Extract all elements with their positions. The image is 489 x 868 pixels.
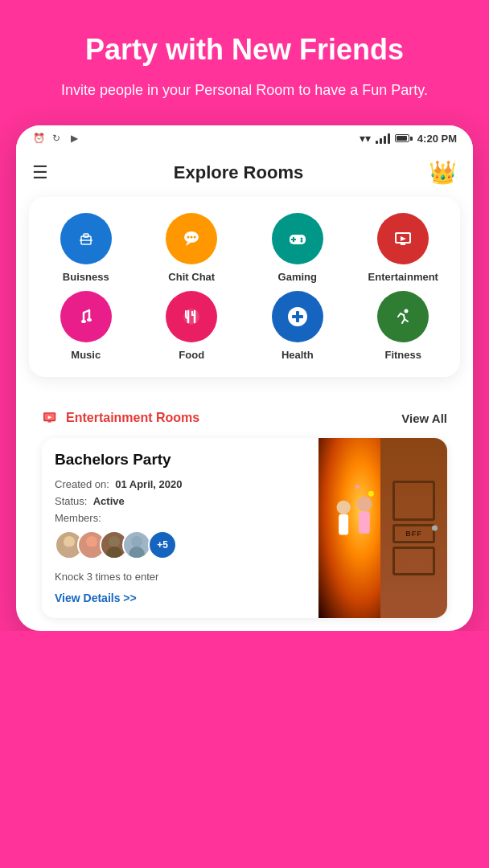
bff-label: BFF xyxy=(405,530,422,538)
briefcase-icon xyxy=(73,226,99,252)
category-entertainment[interactable]: Entertainment xyxy=(355,213,453,283)
status-label: Status: xyxy=(55,495,87,507)
svg-point-16 xyxy=(81,320,86,323)
category-food[interactable]: Food xyxy=(143,291,241,361)
app-header: ☰ Explore Rooms 👑 xyxy=(16,151,473,197)
members-avatars: +5 xyxy=(55,530,306,559)
cursor-icon: ▶ xyxy=(68,132,80,145)
svg-point-17 xyxy=(87,318,92,321)
signal-bar-2 xyxy=(380,138,382,144)
svg-point-24 xyxy=(405,309,409,313)
music-label: Music xyxy=(71,349,101,361)
room-created: Created on: 01 April, 2020 xyxy=(55,478,306,490)
hero-section: Party with New Friends Invite people in … xyxy=(0,0,489,117)
door-handle xyxy=(432,526,438,531)
tv-icon xyxy=(390,226,416,252)
category-business[interactable]: Buisness xyxy=(37,213,135,283)
party-people-illustration xyxy=(322,480,386,576)
alarm-icon: ⏰ xyxy=(32,132,45,145)
knock-text: Knock 3 times to enter xyxy=(55,571,306,583)
members-label: Members: xyxy=(55,512,306,524)
svg-point-31 xyxy=(86,536,97,547)
category-music[interactable]: Music xyxy=(37,291,135,361)
view-all-button[interactable]: View All xyxy=(401,411,447,425)
music-note-icon xyxy=(73,304,99,330)
svg-point-37 xyxy=(337,501,351,514)
svg-point-33 xyxy=(109,536,120,547)
svg-point-5 xyxy=(191,236,193,239)
svg-point-41 xyxy=(368,491,374,497)
room-image: BFF xyxy=(318,438,447,618)
food-label: Food xyxy=(179,349,204,361)
music-icon-circle xyxy=(60,291,112,342)
svg-point-36 xyxy=(129,547,145,558)
svg-point-39 xyxy=(356,497,372,512)
section-header: Entertainment Rooms View All xyxy=(42,409,447,427)
entertainment-icon-circle xyxy=(377,213,429,264)
signal-bar-3 xyxy=(384,136,386,144)
door-panel-bot xyxy=(392,547,435,575)
header-title: Explore Rooms xyxy=(174,162,303,183)
party-image xyxy=(318,438,389,618)
gaming-icon-circle xyxy=(272,213,323,264)
crown-icon[interactable]: 👑 xyxy=(429,159,457,186)
categories-card: Buisness Chit Chat xyxy=(29,197,460,377)
svg-point-34 xyxy=(106,547,122,558)
phone-frame: ⏰ ↻ ▶ ▾▾ 4:20 PM ☰ Explore Rooms 👑 xyxy=(16,125,473,631)
food-icon-circle xyxy=(166,291,217,342)
category-health[interactable]: Health xyxy=(249,291,347,361)
status-time: 4:20 PM xyxy=(417,133,457,145)
fitness-label: Fitness xyxy=(384,349,421,361)
category-fitness[interactable]: Fitness xyxy=(355,291,453,361)
svg-point-32 xyxy=(84,547,100,558)
avatar-more-count: +5 xyxy=(148,530,177,559)
svg-point-35 xyxy=(131,536,142,547)
svg-rect-1 xyxy=(84,234,88,237)
category-gaming[interactable]: Gaming xyxy=(249,213,347,283)
gamepad-icon xyxy=(285,226,310,252)
entertainment-label: Entertainment xyxy=(368,271,438,283)
svg-point-29 xyxy=(64,536,75,547)
entertainment-section-icon xyxy=(42,409,60,427)
business-icon-circle xyxy=(60,213,112,264)
created-value: 01 April, 2020 xyxy=(115,478,182,490)
business-label: Buisness xyxy=(63,271,109,283)
fork-knife-icon xyxy=(179,304,204,330)
health-plus-icon xyxy=(285,304,310,330)
categories-grid: Buisness Chit Chat xyxy=(37,213,452,361)
hero-title: Party with New Friends xyxy=(24,32,465,67)
hamburger-menu-icon[interactable]: ☰ xyxy=(32,162,48,183)
running-icon xyxy=(390,304,416,330)
section-title-wrapper: Entertainment Rooms xyxy=(42,409,199,427)
sync-icon: ↻ xyxy=(50,132,63,145)
view-details-button[interactable]: View Details >> xyxy=(55,592,137,604)
svg-rect-23 xyxy=(292,315,303,318)
entertainment-section: Entertainment Rooms View All Bachelors P… xyxy=(29,369,460,631)
health-icon-circle xyxy=(272,291,323,342)
status-left-icons: ⏰ ↻ ▶ xyxy=(32,132,80,145)
svg-point-42 xyxy=(335,488,339,492)
gaming-label: Gaming xyxy=(278,271,317,283)
wifi-icon: ▾▾ xyxy=(360,132,371,145)
svg-rect-40 xyxy=(359,512,370,534)
chitchat-label: Chit Chat xyxy=(168,271,215,283)
svg-rect-38 xyxy=(339,514,348,535)
signal-bars xyxy=(376,133,390,144)
door-panel-top xyxy=(392,481,435,521)
svg-point-6 xyxy=(194,236,196,239)
avatar-face-4 xyxy=(124,532,150,558)
signal-bar-4 xyxy=(388,133,390,144)
section-title: Entertainment Rooms xyxy=(66,411,199,425)
room-title: Bachelors Party xyxy=(55,451,306,469)
svg-point-4 xyxy=(187,236,190,239)
status-bar: ⏰ ↻ ▶ ▾▾ 4:20 PM xyxy=(16,125,473,151)
signal-bar-1 xyxy=(376,141,378,144)
svg-point-10 xyxy=(300,238,302,240)
category-chitchat[interactable]: Chit Chat xyxy=(143,213,241,283)
chitchat-icon-circle xyxy=(166,213,217,264)
room-status: Status: Active xyxy=(55,495,306,507)
fitness-icon-circle xyxy=(377,291,429,342)
health-label: Health xyxy=(281,349,314,361)
created-label: Created on: xyxy=(55,478,109,490)
status-value: Active xyxy=(93,495,125,507)
